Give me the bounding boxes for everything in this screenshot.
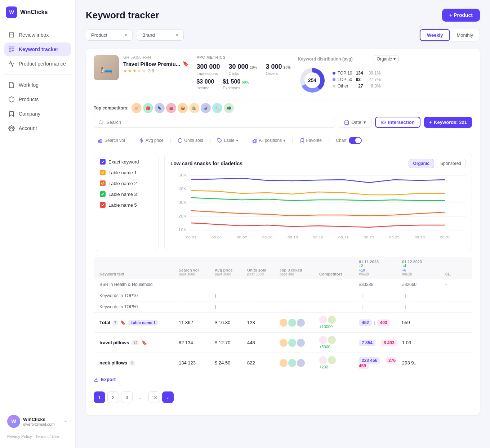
col-header-search-vol[interactable]: Search vol — [94, 136, 129, 145]
product-card: 🛏️ GH-59358-RFH Travel Pillow Premiu... … — [86, 49, 480, 415]
label-name-3: Lable name 3 — [100, 191, 152, 197]
keyword-distribution: Keyword distribution (avg) Organic ▾ — [298, 55, 399, 95]
add-product-button[interactable]: + Product — [442, 9, 480, 22]
metric-impressions: 300 000 Impressions — [196, 63, 220, 76]
th-keyword: Keyword text — [98, 272, 177, 276]
search-vol-neck: 134 123 — [177, 360, 213, 366]
organic-tab[interactable]: Organic — [409, 159, 434, 168]
table-header: Keyword text Search vol past 360d Avg pr… — [94, 257, 472, 279]
positions-arrow: ▾ — [283, 138, 285, 143]
svg-point-8 — [99, 120, 102, 124]
dot-top50 — [333, 78, 335, 81]
chart-toggle-switch[interactable] — [349, 137, 362, 144]
page-btn-2[interactable]: 2 — [107, 391, 119, 403]
checkbox-label-5[interactable] — [100, 202, 106, 208]
sponsored-tab[interactable]: Sponsored — [436, 159, 466, 168]
table-row: travel pillows 12 🔖 82 134 $ 12.70 448 — [94, 333, 472, 353]
col-sep-4: | — [245, 138, 246, 143]
sidebar-label-work-log: Work log — [19, 82, 39, 88]
product-filter-dropdown[interactable]: Product ▾ — [86, 30, 133, 41]
top-bar: Keyword tracker + Product — [86, 9, 480, 22]
page-btn-3[interactable]: 3 — [121, 391, 133, 403]
kd-title: Keyword distribution (avg) — [298, 57, 353, 62]
checkbox-label-3[interactable] — [100, 191, 106, 197]
checkbox-label-2[interactable] — [100, 180, 106, 186]
sidebar-item-review-inbox[interactable]: Review inbox — [4, 28, 71, 42]
nav: Review inbox Keyword tracker Product per… — [4, 28, 71, 136]
impressions-value: 300 000 — [196, 63, 220, 71]
sidebar-item-product-performance[interactable]: Product performance — [4, 57, 71, 71]
monthly-toggle[interactable]: Monthly — [450, 29, 480, 41]
line-chart-svg: 50K 40K 30K 20K 10K 08.01 — [170, 172, 466, 244]
svg-point-3 — [11, 127, 13, 129]
col-sep-6: | — [328, 138, 329, 143]
date-dropdown[interactable]: Date ▾ — [339, 117, 371, 128]
label-arrow: ▾ — [236, 138, 238, 143]
svg-text:08.31: 08.31 — [440, 236, 450, 239]
filters-row: Product ▾ Brand ▾ Weekly Monthly — [86, 29, 480, 41]
page-btn-1[interactable]: 1 — [94, 391, 105, 403]
expenses-value: $1 500 50% — [223, 79, 249, 85]
privacy-policy-link[interactable]: Privacy Policy — [7, 434, 32, 439]
legend-top10-pct: 39,1% — [369, 71, 381, 76]
chevron-down-icon — [63, 419, 68, 424]
search-input[interactable] — [106, 120, 330, 125]
pos-badge-purple-total: 493 — [377, 319, 390, 326]
tag-icon — [217, 138, 222, 143]
col-header-units-sold[interactable]: Units sold — [173, 136, 208, 145]
terms-link[interactable]: Terms of Use — [35, 434, 59, 439]
col-header-avg-price[interactable]: Avg price — [135, 136, 168, 145]
chart-container: Exact keyword Lable name 1 Lable name 2 — [94, 153, 472, 251]
sidebar-label-products: Products — [19, 97, 39, 102]
legend-other-count: 27 — [358, 84, 367, 89]
weekly-toggle[interactable]: Weekly — [420, 29, 450, 41]
intersection-button[interactable]: Intersection — [375, 117, 420, 128]
competitors-neck: +230 — [318, 356, 357, 369]
sidebar-item-work-log[interactable]: Work log — [4, 78, 71, 92]
sidebar-item-products[interactable]: Products — [4, 93, 71, 106]
keywords-button[interactable]: + Keywords: 321 — [424, 117, 472, 128]
col-header-all-positions[interactable]: All positions ▾ — [248, 136, 290, 145]
svg-rect-21 — [254, 140, 255, 143]
dot-top10 — [333, 72, 335, 75]
pos1-travel: 7 854 | 8 493 — [357, 340, 401, 345]
col-header-chart[interactable]: Chart — [331, 135, 366, 146]
brand-filter-dropdown[interactable]: Brand ▾ — [137, 30, 184, 41]
page-btn-next[interactable]: › — [162, 391, 174, 403]
search-icon — [98, 120, 103, 125]
checkbox-label-1[interactable] — [100, 170, 106, 175]
legend-top10-count: 134 — [356, 71, 365, 76]
export-button[interactable]: Export — [94, 377, 116, 382]
package-icon — [178, 138, 183, 143]
col-header-favorite[interactable]: Favorite — [295, 136, 326, 145]
competitor-1: 🛒 — [132, 103, 142, 113]
competitor-2: 🎒 — [143, 103, 153, 113]
nav-divider — [4, 74, 71, 75]
svg-rect-16 — [99, 140, 99, 142]
star-empty-1: ★ — [142, 68, 146, 73]
sidebar-item-keyword-tracker[interactable]: Keyword tracker — [4, 42, 71, 56]
pos2-travel: 1 03... — [401, 340, 444, 345]
sidebar-item-account[interactable]: Account — [4, 121, 71, 135]
col-header-label[interactable]: Lable ▾ — [213, 136, 242, 145]
mini-avatar-1 — [280, 319, 288, 327]
label-exact-keyword: Exact keyword — [100, 159, 152, 165]
sidebar-item-company[interactable]: Company — [4, 107, 71, 121]
checkbox-exact-keyword[interactable] — [100, 159, 106, 165]
rating-value: 3.8 — [148, 68, 154, 73]
impressions-label: Impressions — [196, 71, 220, 76]
ppc-metrics: PPC Metrics 300 000 Impressions 30 000 1… — [196, 55, 290, 90]
keyword-total: Total 7 🔖 Lable name 1 — [98, 320, 177, 326]
product-name: Travel Pillow Premiu... 🔖 — [123, 61, 189, 67]
date-arrow: ▾ — [364, 120, 366, 125]
page-btn-13[interactable]: 13 — [148, 391, 160, 403]
svg-text:40K: 40K — [178, 187, 187, 191]
dot-other — [333, 85, 335, 88]
top50-label: Keywords in TOP50 — [98, 304, 177, 309]
organic-dropdown[interactable]: Organic ▾ — [374, 55, 399, 63]
user-area[interactable]: W WinClicks qwerty@mail.com — [4, 411, 71, 431]
organic-arrow: ▾ — [393, 57, 396, 62]
bsr-d2: #32660 — [401, 282, 444, 287]
competitor-7: 🧳 — [201, 103, 211, 113]
product-bookmark-icon[interactable]: 🔖 — [182, 61, 189, 67]
